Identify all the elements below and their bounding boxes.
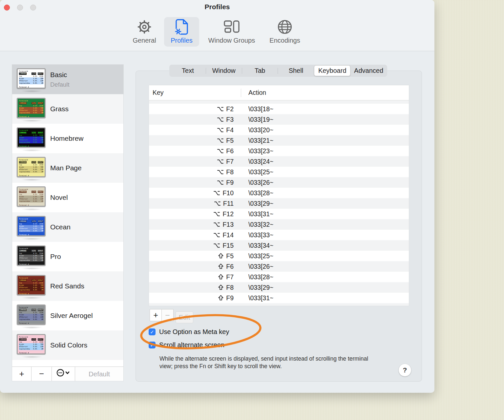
thumbnail-text: top — [19, 252, 32, 255]
thumbnail-text: 1.4% — [32, 225, 37, 227]
column-divider[interactable] — [241, 89, 241, 97]
keymap-row[interactable]: F8\033[29~ — [149, 282, 409, 293]
profile-row-silver-aerogel[interactable]: Terminal#COMMAND%CPURPRVTtop4.1%231KXcod… — [12, 301, 123, 330]
key-cell: F8 — [149, 282, 241, 293]
remove-profile-button[interactable]: − — [32, 367, 52, 381]
thumbnail-text: 0.0% — [32, 109, 37, 112]
thumbnail-text: top — [19, 193, 32, 196]
tab-shell[interactable]: Shell — [278, 65, 314, 76]
keymap-row[interactable]: F2\033[18~ — [149, 104, 409, 114]
thumbnail-text: top — [19, 164, 32, 166]
edit-key-mapping-button[interactable]: Edit — [176, 311, 193, 323]
scroll-alternate-screen-checkbox-row[interactable]: ✓ Scroll alternate screen — [149, 341, 224, 349]
tab-text[interactable]: Text — [170, 65, 206, 76]
thumbnail-text: Xcode — [19, 77, 32, 80]
keymap-row[interactable]: F7\033[24~ — [149, 156, 409, 167]
thumbnail-text: loginwindow0.0%4M — [19, 318, 43, 321]
thumbnail-text: ATSServer0.0%13M — [19, 286, 43, 289]
window-groups-icon — [224, 18, 240, 35]
thumbnail-text: RPRVT — [38, 279, 43, 282]
keymap-row[interactable]: F4\033[20~ — [149, 125, 409, 135]
profile-default-badge: Default — [50, 81, 70, 88]
add-key-mapping-button[interactable]: + — [150, 309, 162, 321]
thumbnail-text: ATSServer0.0%13M — [19, 168, 43, 171]
profile-thumbnail: Terminal#COMMAND%CPURPRVTtop4.1%231KXcod… — [17, 186, 46, 207]
profile-row-basic[interactable]: Terminal#COMMAND%CPURPRVTtop4.1%231KXcod… — [12, 65, 123, 94]
profile-row-grass[interactable]: Terminal#COMMAND%CPURPRVTtop4.1%231KXcod… — [12, 94, 123, 124]
keymap-row[interactable]: F5\033[21~ — [149, 135, 409, 146]
keymap-row[interactable]: F10\033[28~ — [149, 188, 409, 198]
profile-row-pro[interactable]: Terminal#COMMAND%CPURPRVTtop4.1%231KXcod… — [12, 242, 123, 271]
thumbnail-text: top — [19, 282, 32, 284]
add-profile-button[interactable]: + — [12, 367, 32, 381]
thumbnail-text: 13M — [37, 168, 43, 171]
thumbnail-text: top — [19, 223, 32, 225]
profile-thumbnail: Terminal#COMMAND%CPURPRVTtop4.1%231KXcod… — [17, 304, 46, 325]
profile-actions-menu-button[interactable] — [52, 367, 75, 381]
key-label: F2 — [226, 105, 234, 113]
keymap-row[interactable]: F12\033[31~ — [149, 209, 409, 219]
keymap-row[interactable]: F6\033[23~ — [149, 146, 409, 156]
key-label: F3 — [226, 116, 234, 123]
action-label: \033[19~ — [248, 116, 273, 123]
thumbnail-text: 78M — [37, 196, 43, 198]
thumbnail-text: 13M — [37, 139, 43, 141]
keymap-row[interactable]: F9\033[31~ — [149, 293, 409, 303]
checkbox-label: Use Option as Meta key — [159, 328, 229, 336]
use-option-as-meta-checkbox-row[interactable]: ✓ Use Option as Meta key — [149, 328, 229, 336]
profile-row-homebrew[interactable]: Terminal#COMMAND%CPURPRVTtop4.1%231KXcod… — [12, 124, 123, 153]
profile-row-man-page[interactable]: Terminal#COMMAND%CPURPRVTtop4.1%231KXcod… — [12, 153, 123, 183]
thumbnail-text: 0.0% — [32, 316, 37, 318]
tab-keyboard[interactable]: Keyboard — [314, 65, 350, 76]
keymap-row[interactable]: F3\033[19~ — [149, 114, 409, 125]
tab-advanced[interactable]: Advanced — [351, 65, 387, 76]
keymap-row[interactable]: F9\033[26~ — [149, 177, 409, 188]
tab-window[interactable]: Window — [206, 65, 242, 76]
profile-row-solid-colors[interactable]: Terminal#COMMAND%CPURPRVTtop4.1%231KXcod… — [12, 330, 123, 360]
profile-row-novel[interactable]: Terminal#COMMAND%CPURPRVTtop4.1%231KXcod… — [12, 183, 123, 212]
thumbnail-text: COMMAND%CPURPRVT — [19, 279, 43, 282]
profile-name: Silver Aerogel — [50, 312, 93, 320]
help-button[interactable]: ? — [399, 364, 411, 376]
keymap-row[interactable]: F13\033[32~ — [149, 219, 409, 230]
keymap-row[interactable]: F14\033[33~ — [149, 230, 409, 240]
option-key-icon — [213, 233, 220, 238]
toolbar-item-window-groups[interactable]: Window Groups — [203, 17, 261, 47]
keymap-row[interactable]: F5\033[25~ — [149, 251, 409, 261]
profile-thumbnail: Terminal#COMMAND%CPURPRVTtop4.1%231KXcod… — [17, 275, 46, 295]
remove-key-mapping-button[interactable]: − — [161, 309, 174, 321]
thumbnail-text: 13M — [37, 286, 43, 289]
keymap-row[interactable]: F6\033[26~ — [149, 261, 409, 272]
key-cell: F13 — [149, 219, 241, 230]
thumbnail-text: ATSServer — [19, 168, 32, 171]
option-key-icon — [213, 222, 220, 227]
thumbnail-text: Xcode — [19, 166, 32, 168]
column-header-key: Key — [149, 89, 164, 96]
thumbnail-text: Terminal # — [19, 293, 43, 295]
profile-row-red-sands[interactable]: Terminal#COMMAND%CPURPRVTtop4.1%231KXcod… — [12, 271, 123, 301]
toolbar-item-profiles[interactable]: Profiles — [164, 17, 199, 47]
thumbnail-text: RPRVT — [38, 161, 43, 163]
thumbnail-text: %CPU — [32, 132, 36, 134]
thumbnail-text: %CPU — [32, 161, 36, 163]
thumbnail-text: 4M — [37, 112, 43, 114]
thumbnail-text: 231K — [37, 134, 43, 136]
thumbnail-text: loginwindow0.0%4M — [19, 259, 43, 262]
checkbox-checked-icon[interactable]: ✓ — [149, 342, 156, 348]
checkbox-checked-icon[interactable]: ✓ — [149, 328, 156, 335]
toolbar-item-general[interactable]: General — [129, 17, 160, 47]
keymap-row[interactable]: F8\033[25~ — [149, 167, 409, 177]
thumbnail-text: 4.1% — [32, 223, 37, 225]
keymap-row[interactable]: F11\033[29~ — [149, 198, 409, 209]
profile-row-ocean[interactable]: Terminal#COMMAND%CPURPRVTtop4.1%231KXcod… — [12, 212, 123, 242]
default-profile-button[interactable]: Default — [75, 367, 123, 381]
thumbnail-text: COMMAND — [19, 338, 27, 341]
keymap-row[interactable]: F7\033[28~ — [149, 272, 409, 282]
option-key-icon — [213, 212, 220, 217]
tab-tab[interactable]: Tab — [242, 65, 278, 76]
thumbnail-text: Xcode1.4%78M — [19, 107, 43, 109]
profile-thumbnail: Terminal#COMMAND%CPURPRVTtop4.1%231KXcod… — [17, 157, 46, 177]
keymap-row[interactable]: F15\033[34~ — [149, 240, 409, 251]
thumbnail-text: loginwindow — [19, 82, 32, 84]
toolbar-item-encodings[interactable]: Encodings — [264, 17, 305, 47]
